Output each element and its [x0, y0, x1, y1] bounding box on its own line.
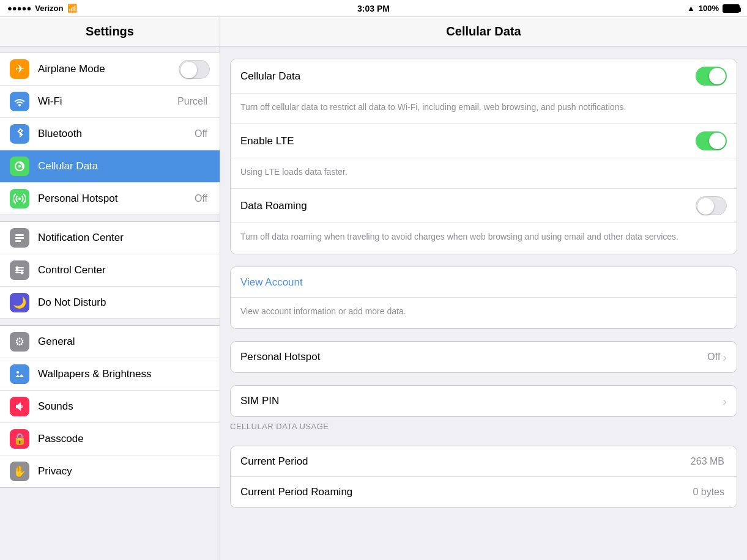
sidebar-item-privacy[interactable]: ✋ Privacy	[0, 455, 220, 487]
sidebar-item-wifi[interactable]: Wi-Fi Purcell	[0, 86, 220, 118]
sidebar-item-wallpaper[interactable]: Wallpapers & Brightness	[0, 358, 220, 391]
hotspot-value: Off	[195, 193, 207, 204]
lte-desc-row: Using LTE loads data faster.	[231, 158, 737, 189]
sidebar-item-airplane-mode[interactable]: ✈ Airplane Mode	[0, 53, 220, 86]
sidebar-item-control-center[interactable]: Control Center	[0, 254, 220, 287]
personal-hotspot-label: Personal Hotspot	[240, 351, 707, 363]
airplane-toggle[interactable]	[179, 60, 210, 79]
content-group-account: View Account View account information or…	[230, 267, 737, 329]
personal-hotspot-row[interactable]: Personal Hotspot Off	[231, 342, 737, 372]
general-label: General	[38, 336, 210, 348]
sidebar-item-notification[interactable]: Notification Center	[0, 222, 220, 254]
sidebar-item-personal-hotspot[interactable]: Personal Hotspot Off	[0, 183, 220, 215]
location-icon: ▲	[687, 4, 695, 13]
bluetooth-value: Off	[195, 128, 207, 139]
cellular-data-label: Cellular Data	[240, 70, 696, 83]
content-group-sim: SIM PIN	[230, 385, 737, 417]
account-desc-row: View account information or add more dat…	[231, 298, 737, 328]
main-layout: Settings ✈ Airplane Mode Wi-Fi Purc	[0, 17, 747, 560]
status-right: ▲ 100%	[687, 4, 740, 13]
data-roaming-toggle[interactable]	[696, 196, 727, 215]
cellular-data-row[interactable]: Cellular Data	[231, 59, 737, 94]
sidebar-item-general[interactable]: ⚙ General	[0, 326, 220, 358]
content-group-usage: Current Period 263 MB Current Period Roa…	[230, 446, 737, 508]
svg-rect-5	[15, 240, 21, 242]
cellular-icon	[10, 157, 29, 176]
svg-point-1	[18, 165, 21, 168]
sounds-icon	[10, 397, 29, 416]
content-group-hotspot: Personal Hotspot Off	[230, 341, 737, 373]
data-roaming-row[interactable]: Data Roaming	[231, 189, 737, 223]
content-group-toggles: Cellular Data Turn off cellular data to …	[230, 59, 737, 254]
data-roaming-label: Data Roaming	[240, 200, 696, 212]
content-title: Cellular Data	[230, 24, 737, 39]
current-period-value: 263 MB	[691, 456, 724, 467]
personal-hotspot-chevron	[723, 350, 727, 364]
current-period-roaming-label: Current Period Roaming	[240, 486, 693, 498]
donotdisturb-icon: 🌙	[10, 293, 29, 312]
bluetooth-label: Bluetooth	[38, 128, 195, 140]
content-area: Cellular Data Cellular Data Turn off cel…	[220, 17, 747, 560]
personal-hotspot-value: Off	[707, 352, 720, 363]
sidebar-header: Settings	[0, 17, 220, 46]
donotdisturb-label: Do Not Disturb	[38, 297, 210, 309]
privacy-icon: ✋	[10, 462, 29, 481]
airplane-toggle-knob	[180, 62, 197, 78]
lte-desc: Using LTE loads data faster.	[240, 166, 347, 179]
svg-rect-4	[15, 237, 24, 239]
sidebar-item-sounds[interactable]: Sounds	[0, 391, 220, 423]
current-period-row: Current Period 263 MB	[231, 446, 737, 477]
sim-pin-chevron	[723, 394, 727, 408]
svg-point-11	[16, 267, 19, 270]
cellular-data-toggle[interactable]	[696, 67, 727, 86]
sidebar-item-bluetooth[interactable]: Bluetooth Off	[0, 118, 220, 150]
sidebar-group-network: ✈ Airplane Mode Wi-Fi Purcell	[0, 53, 220, 215]
control-label: Control Center	[38, 264, 210, 276]
sidebar-item-cellular[interactable]: Cellular Data	[0, 150, 220, 183]
enable-lte-row[interactable]: Enable LTE	[231, 124, 737, 158]
svg-rect-8	[15, 270, 17, 271]
cellular-data-toggle-knob	[709, 68, 726, 84]
svg-point-2	[18, 197, 21, 200]
svg-point-9	[21, 271, 24, 274]
cellular-data-desc-row: Turn off cellular data to restrict all d…	[231, 94, 737, 124]
wifi-label: Wi-Fi	[38, 95, 177, 108]
hotspot-icon	[10, 189, 29, 208]
roaming-desc-row: Turn off data roaming when traveling to …	[231, 223, 737, 254]
sidebar-group-preferences: ⚙ General Wallpapers & Brightness	[0, 325, 220, 488]
general-icon: ⚙	[10, 332, 29, 352]
enable-lte-label: Enable LTE	[240, 135, 696, 147]
airplane-icon: ✈	[10, 59, 29, 79]
battery-icon	[723, 4, 740, 13]
current-period-roaming-row: Current Period Roaming 0 bytes	[231, 477, 737, 507]
passcode-label: Passcode	[38, 433, 210, 445]
cellular-data-desc: Turn off cellular data to restrict all d…	[240, 101, 626, 114]
status-bar: ●●●●● Verizon 📶 3:03 PM ▲ 100%	[0, 0, 747, 17]
view-account-row[interactable]: View Account	[231, 267, 737, 298]
sim-pin-row[interactable]: SIM PIN	[231, 386, 737, 416]
roaming-desc: Turn off data roaming when traveling to …	[240, 231, 678, 243]
control-icon	[10, 260, 29, 280]
sidebar-item-passcode[interactable]: 🔒 Passcode	[0, 423, 220, 455]
status-time: 3:03 PM	[357, 4, 390, 13]
passcode-icon: 🔒	[10, 429, 29, 449]
enable-lte-toggle[interactable]	[696, 131, 727, 150]
notification-icon	[10, 228, 29, 248]
current-period-label: Current Period	[240, 455, 691, 468]
wallpaper-icon	[10, 364, 29, 384]
hotspot-label: Personal Hotspot	[38, 193, 195, 205]
airplane-label: Airplane Mode	[38, 63, 179, 75]
sidebar-item-do-not-disturb[interactable]: 🌙 Do Not Disturb	[0, 287, 220, 319]
signal-dots: ●●●●●	[7, 4, 31, 13]
sounds-label: Sounds	[38, 400, 210, 413]
view-account-link[interactable]: View Account	[240, 276, 303, 289]
wifi-value: Purcell	[177, 96, 207, 107]
svg-rect-7	[18, 270, 24, 271]
wallpaper-label: Wallpapers & Brightness	[38, 368, 210, 380]
carrier: Verizon	[35, 4, 63, 13]
privacy-label: Privacy	[38, 465, 210, 477]
content-header: Cellular Data	[220, 17, 747, 46]
sidebar-group-system: Notification Center Control Center	[0, 221, 220, 319]
notification-label: Notification Center	[38, 232, 210, 244]
svg-rect-12	[18, 267, 24, 268]
